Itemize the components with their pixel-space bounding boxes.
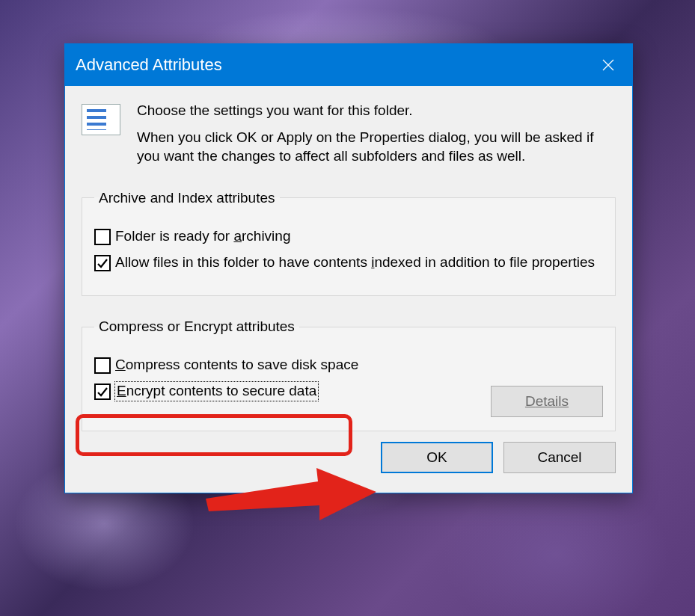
index-label[interactable]: Allow files in this folder to have conte… (115, 253, 595, 272)
intro-section: Choose the settings you want for this fo… (82, 101, 616, 173)
dialog-title: Advanced Attributes (76, 55, 584, 75)
compress-label[interactable]: Compress contents to save disk space (115, 356, 358, 375)
encrypt-checkbox[interactable] (94, 384, 111, 400)
compress-encrypt-group: Compress or Encrypt attributes Compress … (82, 318, 616, 431)
index-row: Allow files in this folder to have conte… (94, 253, 603, 272)
compress-encrypt-legend: Compress or Encrypt attributes (94, 318, 299, 335)
properties-icon (82, 104, 120, 135)
index-checkbox[interactable] (94, 255, 111, 271)
dialog-footer: OK Cancel (82, 442, 616, 473)
archive-index-legend: Archive and Index attributes (94, 190, 280, 206)
archive-index-group: Archive and Index attributes Folder is r… (82, 190, 616, 296)
titlebar: Advanced Attributes (65, 44, 632, 86)
intro-text: Choose the settings you want for this fo… (137, 101, 616, 173)
archive-row: Folder is ready for archiving (94, 227, 603, 246)
compress-checkbox[interactable] (94, 357, 111, 374)
compress-row: Compress contents to save disk space (94, 356, 603, 375)
encrypt-label[interactable]: Encrypt contents to secure data (115, 382, 318, 401)
dialog-content: Choose the settings you want for this fo… (65, 86, 632, 493)
archive-label[interactable]: Folder is ready for archiving (115, 227, 290, 246)
ok-button[interactable]: OK (381, 442, 493, 473)
details-button[interactable]: Details (491, 386, 603, 417)
intro-line1: Choose the settings you want for this fo… (137, 101, 616, 120)
archive-checkbox[interactable] (94, 229, 111, 245)
close-button[interactable] (584, 44, 632, 86)
intro-line2: When you click OK or Apply on the Proper… (137, 128, 616, 166)
advanced-attributes-dialog: Advanced Attributes Choose the settings … (64, 43, 633, 493)
cancel-button[interactable]: Cancel (503, 442, 616, 473)
close-icon (601, 58, 615, 72)
